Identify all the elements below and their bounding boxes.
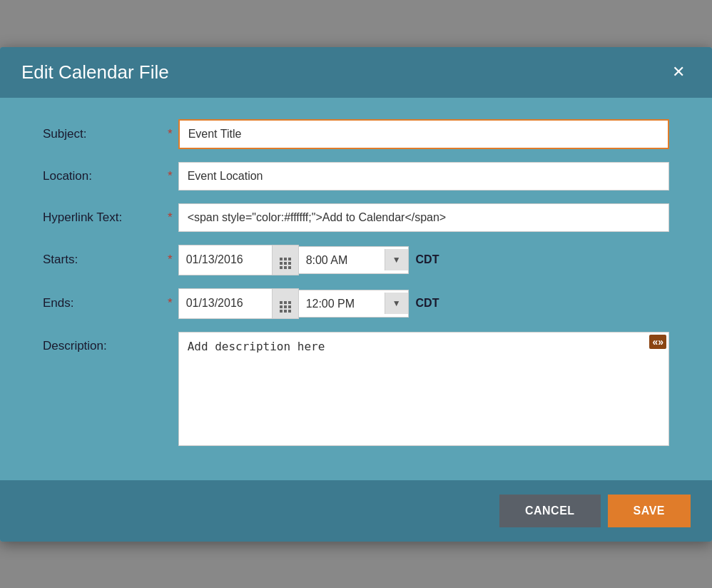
description-wrap: Add description here «»: [178, 332, 669, 446]
ends-calendar-button[interactable]: [272, 289, 298, 318]
starts-timezone-label: CDT: [416, 253, 439, 266]
description-label: Description:: [43, 339, 168, 353]
ends-date-input[interactable]: [179, 290, 272, 317]
richtext-button[interactable]: «»: [649, 335, 666, 349]
ends-timezone-label: CDT: [416, 297, 439, 310]
location-row: Location: *: [43, 162, 669, 191]
description-row: Description: * Add description here «»: [43, 332, 669, 446]
starts-date-wrap: [178, 245, 299, 275]
starts-time-dropdown-arrow: ▼: [385, 249, 408, 270]
location-required-star: *: [168, 169, 173, 183]
starts-time-select[interactable]: 8:00 AM 8:30 AM 9:00 AM: [299, 247, 385, 273]
close-button[interactable]: ✕: [666, 61, 691, 83]
starts-row: Starts: * 8:00 AM 8:3: [43, 245, 669, 275]
ends-datetime: 12:00 PM 12:30 PM 1:00 PM ▼ CDT: [178, 288, 669, 319]
starts-date-input[interactable]: [179, 246, 272, 273]
hyperlink-required-star: *: [168, 211, 173, 225]
ends-time-dropdown-arrow: ▼: [385, 293, 408, 314]
subject-required-star: *: [168, 127, 173, 141]
dialog-header: Edit Calendar File ✕: [0, 47, 712, 98]
edit-calendar-dialog: Edit Calendar File ✕ Subject: * Location…: [0, 47, 712, 542]
starts-label: Starts:: [43, 253, 168, 267]
ends-time-wrap: 12:00 PM 12:30 PM 1:00 PM ▼: [299, 290, 409, 318]
location-label: Location:: [43, 169, 168, 183]
ends-calendar-grid-icon: [280, 301, 291, 313]
starts-time-wrap: 8:00 AM 8:30 AM 9:00 AM ▼: [299, 246, 409, 274]
cancel-button[interactable]: CANCEL: [499, 495, 601, 527]
subject-label: Subject:: [43, 127, 168, 141]
calendar-grid-icon: [280, 258, 291, 269]
save-button[interactable]: SAVE: [608, 495, 691, 527]
dialog-title: Edit Calendar File: [21, 61, 169, 83]
starts-required-star: *: [168, 253, 173, 267]
dialog-body: Subject: * Location: * Hyperlink Text: *…: [0, 98, 712, 480]
subject-row: Subject: *: [43, 119, 669, 149]
richtext-icon: «»: [652, 336, 663, 348]
hyperlink-input[interactable]: [178, 203, 669, 232]
ends-required-star: *: [168, 296, 173, 310]
dialog-footer: CANCEL SAVE: [0, 480, 712, 542]
ends-row: Ends: * 12:00 PM 12:3: [43, 288, 669, 319]
ends-date-wrap: [178, 288, 299, 319]
subject-input[interactable]: [178, 119, 669, 149]
hyperlink-label: Hyperlink Text:: [43, 211, 168, 225]
starts-calendar-button[interactable]: [272, 245, 298, 275]
ends-label: Ends:: [43, 296, 168, 310]
starts-datetime: 8:00 AM 8:30 AM 9:00 AM ▼ CDT: [178, 245, 669, 275]
description-textarea[interactable]: Add description here: [178, 332, 669, 446]
hyperlink-row: Hyperlink Text: *: [43, 203, 669, 232]
ends-time-select[interactable]: 12:00 PM 12:30 PM 1:00 PM: [299, 290, 385, 317]
location-input[interactable]: [178, 162, 669, 191]
